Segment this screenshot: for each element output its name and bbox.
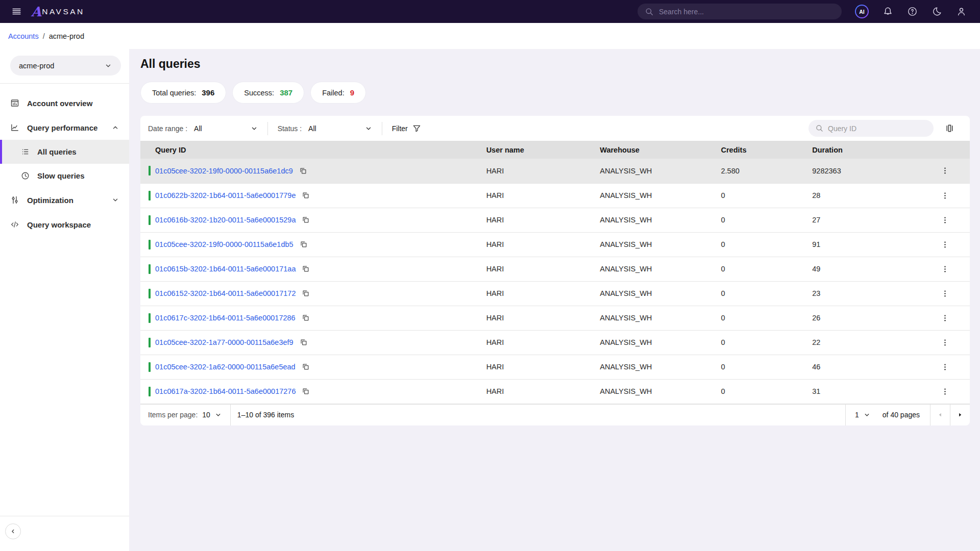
query-status-bar	[149, 215, 151, 225]
copy-icon[interactable]	[302, 216, 310, 224]
copy-icon[interactable]	[302, 387, 310, 395]
copy-icon[interactable]	[302, 265, 310, 273]
query-id-link[interactable]: 01c05cee-3202-1a77-0000-00115a6e3ef9	[155, 338, 293, 346]
query-id-link[interactable]: 01c0615b-3202-1b64-0011-5a6e000171aa	[155, 265, 296, 273]
table-row: 01c0622b-3202-1b64-0011-5a6e0001779e HAR…	[140, 183, 970, 208]
sidebar-item-label: Slow queries	[37, 171, 85, 180]
stat-value: 396	[202, 88, 214, 97]
kebab-menu-icon[interactable]	[920, 240, 970, 249]
kebab-menu-icon[interactable]	[920, 289, 970, 298]
help-icon[interactable]	[907, 6, 918, 17]
query-id-link[interactable]: 01c0622b-3202-1b64-0011-5a6e0001779e	[155, 191, 296, 199]
sidebar-item-optimization[interactable]: Optimization	[0, 188, 129, 212]
hamburger-menu-icon[interactable]	[11, 6, 22, 17]
chevron-down-icon	[112, 196, 119, 204]
kebab-menu-icon[interactable]	[920, 363, 970, 371]
kebab-menu-icon[interactable]	[920, 314, 970, 322]
credits-cell: 0	[721, 257, 813, 281]
table-row: 01c05cee-3202-1a77-0000-00115a6e3ef9 HAR…	[140, 330, 970, 355]
query-status-bar	[149, 338, 151, 347]
copy-icon[interactable]	[302, 289, 310, 297]
kebab-menu-icon[interactable]	[920, 265, 970, 273]
sidebar-item-query-workspace[interactable]: Query workspace	[0, 212, 129, 237]
sidebar: acme-prod Account overview Query	[0, 49, 129, 551]
toolbar-divider	[267, 122, 268, 135]
navbar-icons: AI	[855, 5, 967, 18]
chevron-up-icon	[112, 124, 119, 131]
breadcrumb-link-accounts[interactable]: Accounts	[8, 32, 39, 40]
duration-cell: 46	[812, 355, 920, 379]
date-range-dropdown[interactable]: Date range : All	[148, 124, 258, 133]
query-id-link[interactable]: 01c0616b-3202-1b20-0011-5a6e0001529a	[155, 216, 296, 224]
items-per-page-select[interactable]: Items per page: 10	[140, 411, 230, 419]
brand-logo-text: NAVSAN	[42, 7, 85, 16]
sidebar-divider	[0, 83, 129, 84]
breadcrumb: Accounts / acme-prod	[0, 23, 980, 49]
table-row: 01c06152-3202-1b64-0011-5a6e00017172 HAR…	[140, 281, 970, 306]
column-settings-icon[interactable]	[945, 123, 954, 133]
copy-icon[interactable]	[302, 363, 310, 371]
query-performance-icon	[10, 123, 19, 132]
page-number-select[interactable]: 1	[846, 411, 877, 419]
user-name-cell: HARI	[486, 355, 600, 379]
kebab-menu-icon[interactable]	[920, 166, 970, 175]
duration-cell: 28	[812, 183, 920, 208]
query-id-link[interactable]: 01c05cee-3202-19f0-0000-00115a6e1db5	[155, 240, 293, 248]
copy-icon[interactable]	[299, 167, 307, 175]
filter-button[interactable]: Filter	[392, 124, 421, 133]
sidebar-item-label: Account overview	[27, 99, 92, 108]
copy-icon[interactable]	[300, 338, 308, 346]
column-header-warehouse: Warehouse	[600, 141, 721, 159]
status-label: Status :	[278, 124, 302, 133]
user-name-cell: HARI	[486, 330, 600, 355]
credits-cell: 0	[721, 379, 813, 404]
query-id-link[interactable]: 01c05cee-3202-19f0-0000-00115a6e1dc9	[155, 167, 293, 175]
notifications-bell-icon[interactable]	[883, 6, 893, 17]
search-icon	[815, 124, 824, 133]
previous-page-button[interactable]	[930, 405, 950, 425]
kebab-menu-icon[interactable]	[920, 191, 970, 200]
slow-queries-clock-icon	[21, 171, 30, 180]
account-overview-icon	[10, 98, 19, 108]
kebab-menu-icon[interactable]	[920, 338, 970, 347]
dark-mode-moon-icon[interactable]	[932, 6, 942, 17]
warehouse-cell: ANALYSIS_WH	[600, 232, 721, 257]
sidebar-item-all-queries[interactable]: All queries	[0, 140, 129, 164]
date-range-value: All	[194, 124, 202, 133]
app-root: A NAVSAN AI	[0, 0, 980, 551]
copy-icon[interactable]	[300, 240, 308, 248]
queries-table-card: Date range : All Status : All	[140, 116, 970, 425]
query-id-link[interactable]: 01c05cee-3202-1a62-0000-00115a6e5ead	[155, 363, 296, 371]
kebab-menu-icon[interactable]	[920, 216, 970, 224]
global-search-input[interactable]	[659, 8, 835, 16]
duration-cell: 91	[812, 232, 920, 257]
account-selector-dropdown[interactable]: acme-prod	[10, 56, 121, 76]
credits-cell: 0	[721, 330, 813, 355]
copy-icon[interactable]	[302, 191, 310, 199]
ai-assistant-icon[interactable]: AI	[855, 5, 869, 18]
query-id-link[interactable]: 01c0617a-3202-1b64-0011-5a6e00017276	[155, 387, 296, 395]
user-profile-icon[interactable]	[956, 6, 967, 17]
query-id-search[interactable]	[808, 120, 934, 137]
sidebar-footer	[0, 516, 129, 551]
sidebar-collapse-button[interactable]	[5, 523, 21, 539]
query-id-link[interactable]: 01c0617c-3202-1b64-0011-5a6e00017286	[155, 314, 296, 322]
query-status-bar	[149, 166, 151, 176]
query-id-link[interactable]: 01c06152-3202-1b64-0011-5a6e00017172	[155, 289, 296, 297]
pagination-range-text: 1–10 of 396 items	[231, 411, 302, 419]
credits-cell: 0	[721, 183, 813, 208]
query-id-search-input[interactable]	[828, 124, 927, 133]
stat-value: 9	[350, 88, 354, 97]
status-dropdown[interactable]: Status : All	[278, 124, 372, 133]
query-workspace-code-icon	[10, 220, 19, 229]
kebab-menu-icon[interactable]	[920, 387, 970, 396]
sidebar-item-slow-queries[interactable]: Slow queries	[0, 164, 129, 188]
next-page-button[interactable]	[950, 405, 970, 425]
sidebar-item-query-performance[interactable]: Query performance	[0, 115, 129, 140]
sidebar-item-account-overview[interactable]: Account overview	[0, 91, 129, 115]
user-name-cell: HARI	[486, 232, 600, 257]
user-name-cell: HARI	[486, 183, 600, 208]
copy-icon[interactable]	[302, 314, 310, 322]
global-search[interactable]	[638, 4, 842, 19]
chevron-down-icon	[365, 125, 372, 132]
